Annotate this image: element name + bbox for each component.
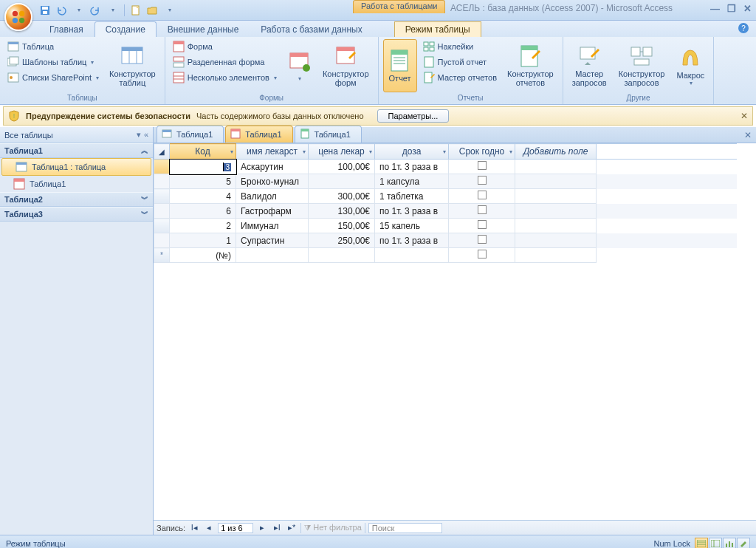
cell-code[interactable]: 5	[170, 174, 236, 189]
cell-dose[interactable]: 1 капсула	[375, 174, 449, 189]
tab-create[interactable]: Создание	[94, 21, 157, 37]
row-selector[interactable]	[154, 204, 170, 219]
btn-sharepoint-lists[interactable]: Списки SharePoint▾	[4, 70, 102, 85]
nav-item-table1-table[interactable]: Таблица1 : таблица	[1, 158, 151, 176]
cell-code[interactable]: 6	[170, 204, 236, 219]
btn-report-wizard[interactable]: Мастер отчетов	[420, 70, 500, 85]
cell-name[interactable]: Супрастин	[236, 233, 309, 248]
btn-labels[interactable]: Наклейки	[420, 39, 500, 54]
cell-empty[interactable]	[375, 248, 449, 263]
view-chart-icon[interactable]	[723, 538, 736, 549]
save-icon[interactable]	[38, 4, 52, 17]
cell-code[interactable]: 1	[170, 233, 236, 248]
cell-empty[interactable]	[236, 248, 309, 263]
btn-form[interactable]: Форма	[170, 39, 280, 54]
btn-split-form[interactable]: Разделенная форма	[170, 55, 280, 69]
btn-report[interactable]: Отчет	[383, 39, 417, 92]
tab-home[interactable]: Главная	[38, 21, 94, 37]
nav-group-table1[interactable]: Таблица1︽	[0, 143, 153, 158]
cell-expiry[interactable]	[449, 174, 515, 189]
checkbox-icon[interactable]	[478, 205, 487, 214]
dropdown-icon[interactable]: ▾	[303, 148, 306, 155]
col-dose[interactable]: доза▾	[375, 144, 449, 160]
cell-empty[interactable]	[515, 233, 597, 248]
security-close-icon[interactable]: ✕	[740, 111, 748, 121]
recnav-search-input[interactable]: Поиск	[368, 523, 442, 533]
nav-group-table2[interactable]: Таблица2︾	[0, 192, 153, 207]
cell-name[interactable]: Валидол	[236, 189, 309, 204]
cell-expiry[interactable]	[449, 160, 515, 174]
recnav-prev-icon[interactable]: ◂	[203, 523, 215, 532]
nav-pane-header[interactable]: Все таблицы ▾ «	[0, 127, 153, 143]
btn-table-designer[interactable]: Конструктор таблиц	[105, 39, 160, 92]
cell-empty[interactable]	[515, 219, 597, 233]
checkbox-icon[interactable]	[478, 235, 487, 244]
recnav-new-icon[interactable]: ▸*	[286, 523, 298, 532]
minimize-button[interactable]: —	[710, 3, 720, 14]
cell-price[interactable]: 150,00€	[309, 219, 375, 233]
cell-dose[interactable]: по 1т. 3 раза в	[375, 204, 449, 219]
cell-empty[interactable]	[515, 189, 597, 204]
tab-external-data[interactable]: Внешние данные	[157, 21, 250, 37]
row-selector-new[interactable]: *	[154, 248, 170, 263]
cell-empty[interactable]	[515, 248, 597, 263]
dropdown-icon[interactable]: ▾	[509, 148, 512, 155]
col-price[interactable]: цена лекар▾	[309, 144, 375, 160]
col-code[interactable]: Код▾	[170, 144, 236, 160]
cell-dose[interactable]: 1 таблетка	[375, 189, 449, 204]
close-button[interactable]: ✕	[743, 3, 752, 14]
btn-blank-report[interactable]: Пустой отчет	[420, 55, 500, 69]
redo-icon[interactable]	[89, 4, 102, 17]
cell-expiry-new[interactable]	[449, 248, 515, 263]
tab-database-tools[interactable]: Работа с базами данных	[250, 21, 373, 37]
btn-more-forms[interactable]: ▾	[283, 39, 315, 92]
table-row[interactable]: 2Иммунал150,00€15 капель	[154, 219, 737, 233]
recnav-position-input[interactable]	[218, 523, 253, 533]
table-row[interactable]: 4Валидол300,00€1 таблетка	[154, 189, 737, 204]
btn-query-designer[interactable]: Конструктор запросов	[614, 39, 670, 92]
doc-tab-close-icon[interactable]: ✕	[744, 130, 752, 140]
table-row[interactable]: 1Супрастин250,00€по 1т. 3 раза в	[154, 233, 737, 248]
cell-price[interactable]: 100,00€	[309, 160, 375, 174]
view-datasheet-icon[interactable]	[695, 538, 708, 549]
help-icon[interactable]: ?	[738, 23, 749, 33]
table-row[interactable]: 6Гастрофарм130,00€по 1т. 3 раза в	[154, 204, 737, 219]
cell-name[interactable]: Бронхо-мунал	[236, 174, 309, 189]
btn-table-templates[interactable]: Шаблоны таблиц▾	[4, 55, 102, 69]
cell-price[interactable]: 130,00€	[309, 204, 375, 219]
view-pivot-icon[interactable]	[709, 538, 722, 549]
cell-price[interactable]: 250,00€	[309, 233, 375, 248]
row-selector[interactable]	[154, 174, 170, 189]
new-icon[interactable]	[129, 4, 142, 17]
cell-code-new[interactable]: (№)	[170, 248, 236, 263]
tab-datasheet-mode[interactable]: Режим таблицы	[394, 21, 481, 37]
dropdown-icon[interactable]: ▾	[230, 148, 233, 155]
cell-empty[interactable]	[515, 160, 597, 174]
btn-form-designer[interactable]: Конструктор форм	[318, 39, 374, 92]
table-row[interactable]: 3Аскарутин100,00€по 1т. 3 раза в	[154, 160, 737, 174]
col-name[interactable]: имя лекарст▾	[236, 144, 309, 160]
doc-tab-2[interactable]: Таблица1	[225, 126, 292, 143]
row-selector[interactable]	[154, 219, 170, 233]
recnav-first-icon[interactable]: I◂	[188, 523, 200, 532]
table-row[interactable]: 5Бронхо-мунал1 капсула	[154, 174, 737, 189]
recnav-last-icon[interactable]: ▸I	[271, 523, 283, 532]
checkbox-icon[interactable]	[478, 250, 487, 258]
row-selector[interactable]	[154, 233, 170, 248]
col-expiry[interactable]: Срок годно▾	[449, 144, 515, 160]
cell-price[interactable]	[309, 174, 375, 189]
nav-filter-dropdown-icon[interactable]: ▾	[137, 130, 141, 140]
datasheet[interactable]: ◢ Код▾ имя лекарст▾ цена лекар▾ доза▾ Ср…	[154, 143, 756, 520]
select-all-corner[interactable]: ◢	[154, 144, 170, 160]
cell-empty[interactable]	[515, 204, 597, 219]
btn-query-wizard[interactable]: Мастер запросов	[568, 39, 611, 92]
view-design-icon[interactable]	[737, 538, 750, 549]
doc-tab-3[interactable]: Таблица1	[295, 126, 362, 143]
cell-dose[interactable]: 15 капель	[375, 219, 449, 233]
cell-expiry[interactable]	[449, 189, 515, 204]
recnav-next-icon[interactable]: ▸	[256, 523, 268, 532]
cell-dose[interactable]: по 1т. 3 раза в	[375, 233, 449, 248]
cell-code[interactable]: 3	[170, 160, 236, 174]
cell-name[interactable]: Иммунал	[236, 219, 309, 233]
checkbox-icon[interactable]	[478, 191, 487, 199]
